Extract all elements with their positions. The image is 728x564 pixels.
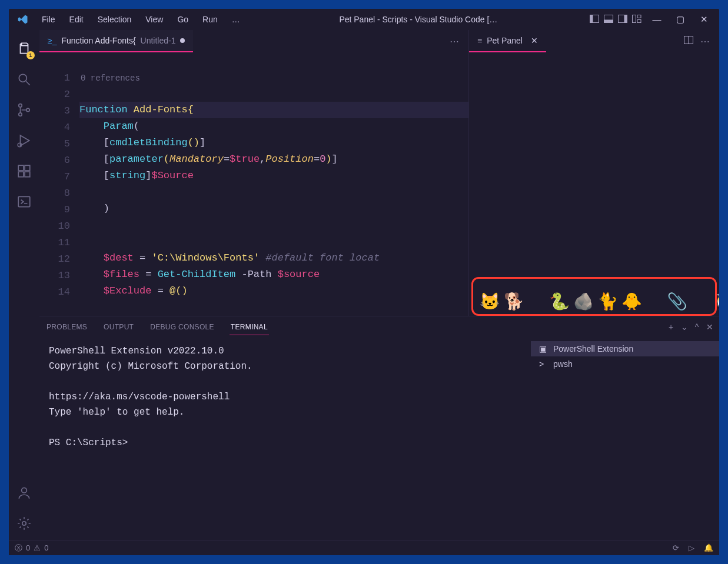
explorer-badge: 1 xyxy=(26,51,35,59)
maximize-panel-icon[interactable]: ^ xyxy=(695,322,699,332)
close-pet-tab-icon[interactable]: ✕ xyxy=(531,36,538,45)
layout-controls xyxy=(590,15,643,24)
editor-split: ≥_ Function Add-Fonts{ Untitled-1 ⋯ 1 xyxy=(39,30,719,316)
close-icon[interactable]: ✕ xyxy=(699,14,709,25)
minimize-icon[interactable]: — xyxy=(652,14,661,25)
pet-sprite[interactable]: 🐧 xyxy=(712,292,719,311)
svg-point-9 xyxy=(19,74,26,82)
terminal-output[interactable]: PowerShell Extension v2022.10.0 Copyrigh… xyxy=(39,338,531,540)
menu-bar: File Edit Selection View Go Run … xyxy=(35,11,247,28)
svg-rect-6 xyxy=(633,15,636,23)
close-panel-icon[interactable]: ✕ xyxy=(706,322,713,332)
toggle-panel-icon[interactable] xyxy=(604,15,614,24)
menu-file[interactable]: File xyxy=(35,11,62,28)
title-bar: File Edit Selection View Go Run … Pet Pa… xyxy=(9,9,719,30)
maximize-icon[interactable]: ▢ xyxy=(676,14,685,25)
menu-run[interactable]: Run xyxy=(195,11,225,28)
panel-tab-debug-console[interactable]: DEBUG CONSOLE xyxy=(149,319,215,335)
svg-point-12 xyxy=(19,113,22,116)
body-area: 1 xyxy=(9,30,719,540)
editor-pane: ≥_ Function Add-Fonts{ Untitled-1 ⋯ 1 xyxy=(39,30,468,316)
status-run-icon[interactable]: ▷ xyxy=(689,543,694,552)
activity-bar: 1 xyxy=(9,30,39,540)
menu-more-icon[interactable]: … xyxy=(225,11,247,28)
toggle-secondary-sidebar-icon[interactable] xyxy=(618,15,629,24)
pet-sprite[interactable]: 🐱 xyxy=(480,292,500,311)
terminal-item-powershell-extension[interactable]: ▣ PowerShell Extension xyxy=(531,341,719,356)
svg-rect-3 xyxy=(604,20,613,23)
codelens-reference[interactable]: 0 references xyxy=(79,71,468,85)
status-error-count: 0 xyxy=(26,543,30,552)
status-warning-count: 0 xyxy=(44,543,48,552)
search-icon[interactable] xyxy=(16,71,32,88)
svg-rect-5 xyxy=(624,15,627,23)
status-github-icon[interactable]: ⟳ xyxy=(673,543,679,552)
panel-tab-problems[interactable]: PROBLEMS xyxy=(45,319,88,335)
unsaved-indicator-icon xyxy=(180,38,185,43)
code-editor[interactable]: 1 2 3 4 5 6 7 8 9 10 11 12 13 xyxy=(39,54,468,316)
editor-more-actions-icon[interactable]: ⋯ xyxy=(450,36,459,47)
pet-sprite[interactable]: 📎 xyxy=(667,292,687,311)
status-bar: ⓧ 0 ⚠ 0 ⟳ ▷ 🔔 xyxy=(9,540,719,555)
source-control-icon[interactable] xyxy=(16,102,32,118)
status-warnings-icon[interactable]: ⚠ xyxy=(34,543,41,552)
bottom-panel: PROBLEMS OUTPUT DEBUG CONSOLE TERMINAL +… xyxy=(39,316,719,540)
svg-rect-7 xyxy=(637,15,641,18)
run-debug-icon[interactable] xyxy=(16,132,32,149)
pet-sprite[interactable]: 🐕 xyxy=(504,292,524,311)
pet-tab-label: Pet Panel xyxy=(487,36,523,45)
menu-selection[interactable]: Selection xyxy=(91,11,139,28)
powershell-icon[interactable] xyxy=(16,193,32,210)
menu-edit[interactable]: Edit xyxy=(62,11,91,28)
tab-title: Function Add-Fonts{ xyxy=(61,36,135,45)
svg-rect-16 xyxy=(18,172,24,177)
pet-panel-tab[interactable]: ≡ Pet Panel ✕ xyxy=(469,30,546,52)
svg-point-20 xyxy=(22,488,27,493)
svg-point-21 xyxy=(22,522,26,526)
pet-canvas[interactable]: 🐱 🐕 🐍 🪨 🐈 🐥 📎 🐧 xyxy=(469,54,719,316)
terminal-dropdown-icon[interactable]: ⌄ xyxy=(681,322,688,332)
vscode-window: File Edit Selection View Go Run … Pet Pa… xyxy=(9,9,719,555)
extensions-icon[interactable] xyxy=(16,163,32,179)
editor-tab[interactable]: ≥_ Function Add-Fonts{ Untitled-1 xyxy=(39,30,193,52)
terminal-item-label: PowerShell Extension xyxy=(553,344,633,353)
split-editor-icon[interactable] xyxy=(684,36,693,47)
pet-sprite[interactable]: 🐈 xyxy=(597,292,618,311)
status-errors-icon[interactable]: ⓧ xyxy=(15,543,22,553)
terminal-list: ▣ PowerShell Extension > pwsh xyxy=(531,338,719,540)
svg-rect-18 xyxy=(25,165,30,171)
code-content[interactable]: 0 references Function Add-Fonts{ Param( … xyxy=(79,54,468,316)
line-gutter: 1 2 3 4 5 6 7 8 9 10 11 12 13 xyxy=(39,54,79,316)
svg-point-13 xyxy=(26,108,29,111)
terminal-item-pwsh[interactable]: > pwsh xyxy=(531,356,719,372)
panel-tab-output[interactable]: OUTPUT xyxy=(102,319,135,335)
toggle-primary-sidebar-icon[interactable] xyxy=(590,15,600,24)
status-notifications-icon[interactable]: 🔔 xyxy=(704,543,713,552)
pet-sprite[interactable]: 🐥 xyxy=(621,292,642,311)
customize-layout-icon[interactable] xyxy=(632,15,643,24)
menu-go[interactable]: Go xyxy=(170,11,195,28)
terminal-shell-icon: > xyxy=(539,359,549,369)
panel-tab-bar: PROBLEMS OUTPUT DEBUG CONSOLE TERMINAL +… xyxy=(39,316,719,338)
svg-rect-8 xyxy=(637,20,641,23)
tab-subtitle: Untitled-1 xyxy=(141,36,176,45)
svg-point-11 xyxy=(19,104,22,107)
pet-sprite[interactable]: 🐍 xyxy=(549,292,570,311)
svg-rect-1 xyxy=(590,15,593,23)
menu-view[interactable]: View xyxy=(138,11,170,28)
panel-tab-terminal[interactable]: TERMINAL xyxy=(230,319,269,335)
vscode-logo-icon xyxy=(17,14,29,25)
new-terminal-icon[interactable]: + xyxy=(669,322,673,332)
window-title: Pet Panel - Scripts - Visual Studio Code… xyxy=(247,15,590,24)
explorer-icon[interactable]: 1 xyxy=(16,41,32,57)
accounts-icon[interactable] xyxy=(16,485,32,501)
pet-sprite[interactable]: 🪨 xyxy=(573,292,594,311)
pets-row: 🐱 🐕 🐍 🪨 🐈 🐥 📎 🐧 xyxy=(480,292,709,311)
window-controls: — ▢ ✕ xyxy=(652,14,709,25)
svg-rect-17 xyxy=(25,172,30,177)
pet-tab-bar: ≡ Pet Panel ✕ ⋯ xyxy=(469,30,719,54)
pet-more-actions-icon[interactable]: ⋯ xyxy=(700,36,710,47)
main-split: ≥_ Function Add-Fonts{ Untitled-1 ⋯ 1 xyxy=(39,30,719,540)
terminal-item-label: pwsh xyxy=(553,359,573,369)
settings-gear-icon[interactable] xyxy=(16,515,32,532)
